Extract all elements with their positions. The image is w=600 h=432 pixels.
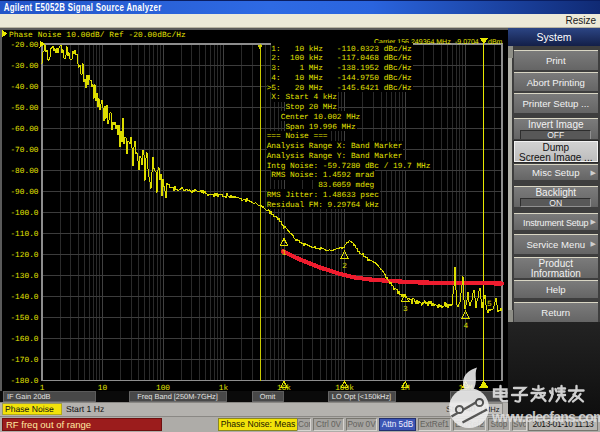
svg-text:-20.00: -20.00 [10, 41, 38, 50]
svg-text:MHz: MHz [484, 405, 500, 414]
svg-text:-170.0: -170.0 [10, 356, 38, 365]
svg-text:-110.0: -110.0 [10, 230, 38, 239]
svg-text:-60.00: -60.00 [10, 125, 38, 134]
svg-text:dBm: dBm [488, 38, 503, 46]
svg-text:-90.00: -90.00 [10, 188, 38, 197]
svg-text:LO Opt [<150kHz]: LO Opt [<150kHz] [332, 392, 391, 401]
svg-text:5: 5 [487, 300, 492, 309]
svg-text:-160.0: -160.0 [10, 335, 38, 344]
svg-text:-9.0704: -9.0704 [455, 39, 479, 46]
svg-text:Phase Noise 10.00dB/ Ref -20.0: Phase Noise 10.00dB/ Ref -20.00dBc/Hz [9, 31, 186, 40]
svg-text:-130.0: -130.0 [10, 272, 38, 281]
svg-text:2: 2 [342, 262, 347, 271]
svg-text:Start 1 Hz: Start 1 Hz [66, 404, 104, 414]
svg-text:Stop 40: Stop 40 [446, 404, 476, 414]
svg-text:-40.00: -40.00 [10, 83, 38, 92]
svg-text:-50.00: -50.00 [10, 104, 38, 113]
svg-text:IF Gain 20dB: IF Gain 20dB [7, 392, 51, 401]
svg-text:Omit: Omit [260, 392, 276, 401]
svg-text:-180.0: -180.0 [10, 377, 38, 386]
svg-text:4: 4 [463, 322, 468, 331]
svg-text:-150.0: -150.0 [10, 314, 38, 323]
svg-text:-70.00: -70.00 [10, 146, 38, 155]
svg-text:-80.00: -80.00 [10, 167, 38, 176]
svg-text:Freq Band [250M-7GHz]: Freq Band [250M-7GHz] [137, 392, 218, 401]
svg-text:-30.00: -30.00 [10, 62, 38, 71]
svg-text:Phase Noise: Phase Noise [5, 404, 54, 414]
svg-text:1: 1 [282, 249, 287, 258]
svg-text:-120.0: -120.0 [10, 251, 38, 260]
svg-text:-140.0: -140.0 [10, 293, 38, 302]
svg-text:3: 3 [403, 305, 408, 314]
svg-text:-100.0: -100.0 [10, 209, 38, 218]
